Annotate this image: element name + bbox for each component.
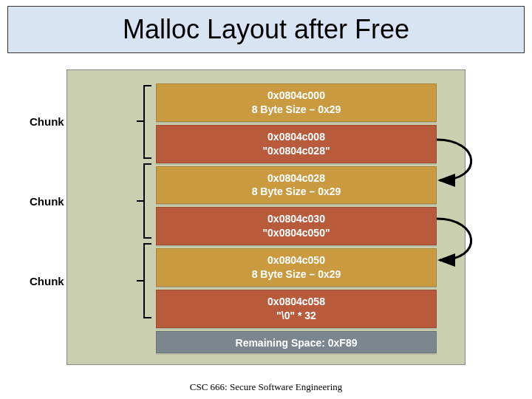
chunk1-header-addr: 0x0804c000 — [157, 89, 436, 103]
chunk2-data: 0x0804c030 "0x0804c050" — [156, 207, 437, 245]
diagram-wrap: Chunk 1 Chunk 2 Chunk 3 0x0804c000 8 Byt… — [30, 69, 502, 365]
chunk2-header-addr: 0x0804c028 — [157, 171, 436, 185]
memory-diagram: 0x0804c000 8 Byte Size – 0x29 0x0804c008… — [66, 69, 466, 365]
chunk3-header-addr: 0x0804c050 — [157, 253, 436, 267]
remaining-space-label: Remaining Space: 0xF89 — [236, 337, 358, 349]
footer: CSC 666: Secure Software Engineering — [0, 381, 532, 393]
chunk1-data-val: "0x0804c028" — [157, 144, 436, 158]
chunk3-data-addr: 0x0804c058 — [157, 295, 436, 309]
chunk2-data-addr: 0x0804c030 — [157, 212, 436, 226]
chunk2-data-val: "0x0804c050" — [157, 226, 436, 240]
chunk3-header: 0x0804c050 8 Byte Size – 0x29 — [156, 248, 437, 287]
chunk1-data: 0x0804c008 "0x0804c028" — [156, 125, 437, 163]
remaining-space: Remaining Space: 0xF89 — [156, 331, 437, 353]
chunk3-data: 0x0804c058 "\0" * 32 — [156, 290, 437, 328]
chunk1-header-val: 8 Byte Size – 0x29 — [157, 103, 436, 117]
page-title: Malloc Layout after Free — [17, 14, 515, 45]
title-bar: Malloc Layout after Free — [7, 6, 525, 53]
chunk2-header: 0x0804c028 8 Byte Size – 0x29 — [156, 166, 437, 205]
chunk3-header-val: 8 Byte Size – 0x29 — [157, 267, 436, 282]
chunk1-data-addr: 0x0804c008 — [157, 130, 436, 144]
memory-rows: 0x0804c000 8 Byte Size – 0x29 0x0804c008… — [156, 83, 437, 356]
chunk2-header-val: 8 Byte Size – 0x29 — [157, 185, 436, 199]
chunk1-header: 0x0804c000 8 Byte Size – 0x29 — [156, 83, 437, 122]
chunk3-data-val: "\0" * 32 — [157, 309, 436, 323]
